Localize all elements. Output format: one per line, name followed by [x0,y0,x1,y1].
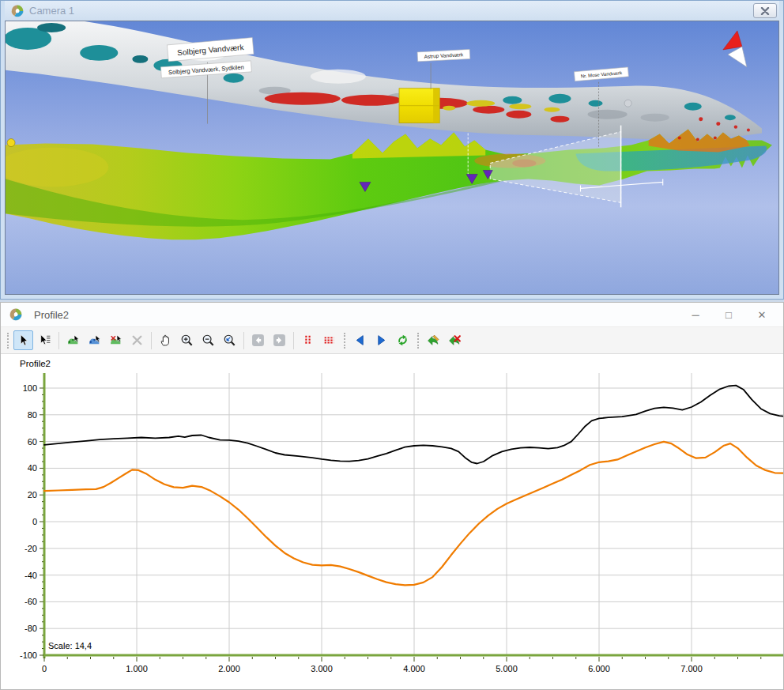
x-tick-label: 6.000 [588,664,610,673]
x-tick-label: 2.000 [218,664,240,673]
toolbar-separator [151,332,152,349]
refresh-profile-button[interactable] [393,330,413,350]
y-tick-label: 60 [28,437,37,447]
y-tick-label: 20 [28,490,37,500]
previous-profile-button[interactable] [350,330,370,350]
camera-window-title: Camera 1 [29,5,753,17]
toolbar-separator [243,332,244,349]
geoscene-logo-icon [10,4,24,18]
y-tick-label: -40 [24,571,37,580]
maximize-button[interactable]: □ [712,304,745,325]
x-tick-label: 1.000 [126,664,148,673]
profile-titlebar[interactable]: Profile2 ─ □ ✕ [1,303,783,326]
minimize-button[interactable]: ─ [679,304,712,325]
geoscene-logo-icon [9,307,23,322]
profile-window-title: Profile2 [34,309,679,321]
x-tick-label: 4.000 [403,664,425,673]
close-icon [760,7,770,15]
chart-scale-label: Scale: 14,4 [48,641,92,650]
x-tick-label: 5.000 [496,664,518,673]
toolbar-separator [293,332,294,349]
horizontal-grid-red-button[interactable] [319,330,339,350]
select-info-cursor-button[interactable] [35,330,55,350]
y-tick-label: 80 [28,410,37,420]
toolbar-grip[interactable] [7,333,9,349]
profile-window: Profile2 ─ □ ✕ 01.0002.0003.0004.0005.00… [0,302,784,690]
building-marker [624,100,631,107]
camera-titlebar[interactable]: Camera 1 [5,1,779,21]
yellow-sphere-marker [7,139,15,147]
nav-back-button[interactable] [248,330,268,350]
edit-profile-button[interactable] [424,330,443,350]
vertical-grid-red-button[interactable] [298,330,318,350]
y-tick-label: 40 [28,463,37,473]
delete-profile-button[interactable] [445,330,465,350]
toolbar-grip[interactable] [344,333,345,349]
x-tick-label: 7.000 [680,664,703,673]
y-tick-label: -80 [24,624,37,633]
move-nodes-button[interactable] [85,330,104,350]
camera-window: Camera 1 [0,0,784,300]
profile-toolbar [1,326,783,354]
y-tick-label: 100 [23,383,37,393]
yellow-cube[interactable] [399,89,439,123]
profile-chart-area[interactable]: 01.0002.0003.0004.0005.0006.0007.0001008… [1,354,783,688]
nav-forward-button[interactable] [270,330,289,350]
x-tick-label: 3.000 [311,664,333,673]
zoom-out-button[interactable] [198,330,218,350]
camera-3d-scene: Solbjerg Vandværk Solbjerg Vandværk, Syd… [6,21,778,294]
pan-hand-button[interactable] [156,330,175,350]
y-tick-label: -20 [24,544,37,553]
y-tick-label: 0 [32,517,37,526]
edit-nodes-button[interactable] [63,330,83,350]
profile-chart[interactable]: 01.0002.0003.0004.0005.0006.0007.0001008… [1,354,783,688]
select-cursor-button[interactable] [13,330,33,350]
y-tick-label: -60 [24,597,37,606]
toolbar-separator [58,332,59,349]
close-button[interactable]: ✕ [745,304,778,325]
x-tick-label: 0 [42,664,47,673]
chart-title: Profile2 [20,359,51,368]
zoom-extent-button[interactable] [220,330,239,350]
delete-nodes-button[interactable] [106,330,126,350]
camera-close-button[interactable] [753,3,777,18]
toolbar-grip[interactable] [417,333,419,349]
delete-selection-button[interactable] [127,330,147,350]
y-tick-label: -100 [20,650,37,660]
next-profile-button[interactable] [371,330,391,350]
camera-3d-viewport[interactable]: Solbjerg Vandværk Solbjerg Vandværk, Syd… [5,21,779,295]
zoom-in-button[interactable] [177,330,197,350]
